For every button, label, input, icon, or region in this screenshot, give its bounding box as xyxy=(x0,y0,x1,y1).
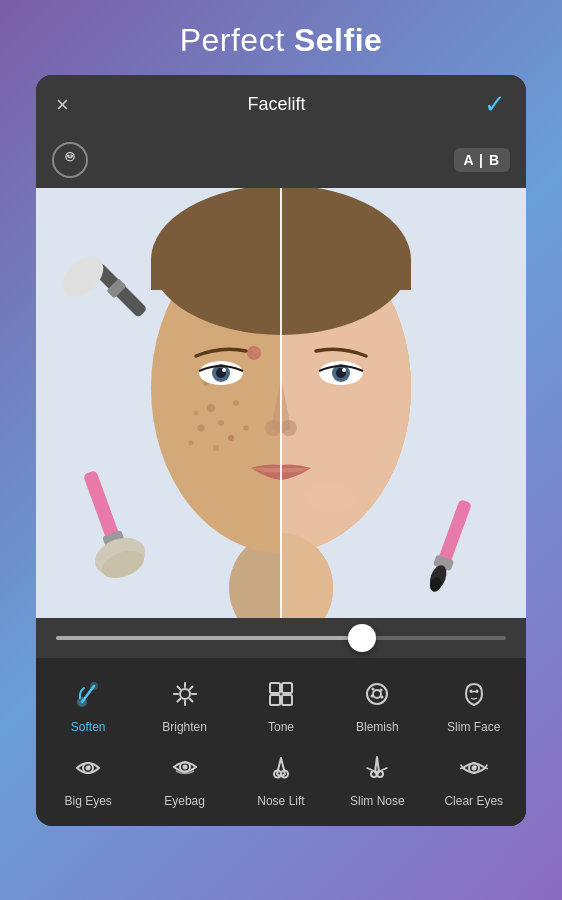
slim-face-label: Slim Face xyxy=(447,720,500,734)
svg-line-79 xyxy=(367,768,372,770)
big-eyes-label: Big Eyes xyxy=(65,794,112,808)
page-title: Perfect Selfie xyxy=(0,0,562,75)
eyebag-icon xyxy=(171,754,199,789)
slim-nose-label: Slim Nose xyxy=(350,794,405,808)
tool-row-2: Big Eyes Eyebag xyxy=(40,744,522,818)
tone-label: Tone xyxy=(268,720,294,734)
title-bold: Selfie xyxy=(294,22,382,58)
nose-lift-label: Nose Lift xyxy=(257,794,304,808)
svg-point-13 xyxy=(218,420,224,426)
tool-slim-nose[interactable]: Slim Nose xyxy=(333,750,421,812)
tool-clear-eyes[interactable]: Clear Eyes xyxy=(430,750,518,812)
svg-point-16 xyxy=(194,411,199,416)
image-area xyxy=(36,188,526,618)
tool-brighten[interactable]: Brighten xyxy=(141,676,229,738)
blemish-icon xyxy=(363,680,391,715)
tool-soften[interactable]: Soften xyxy=(44,676,132,738)
tool-eyebag[interactable]: Eyebag xyxy=(141,750,229,812)
tone-icon xyxy=(267,680,295,715)
svg-point-74 xyxy=(182,765,187,770)
svg-line-56 xyxy=(189,687,192,690)
svg-point-18 xyxy=(244,426,249,431)
tool-slim-face[interactable]: Slim Face xyxy=(430,676,518,738)
svg-rect-61 xyxy=(282,695,292,705)
slider-thumb[interactable] xyxy=(348,624,376,652)
clear-eyes-icon xyxy=(460,754,488,789)
svg-point-62 xyxy=(367,684,387,704)
tool-blemish[interactable]: Blemish xyxy=(333,676,421,738)
svg-point-68 xyxy=(469,690,472,693)
slider-fill xyxy=(56,636,362,640)
svg-point-69 xyxy=(475,690,478,693)
svg-point-66 xyxy=(371,695,374,698)
svg-point-67 xyxy=(381,696,384,699)
soften-icon xyxy=(74,680,102,715)
svg-point-2 xyxy=(71,155,72,156)
svg-point-0 xyxy=(66,153,74,161)
svg-point-19 xyxy=(213,445,219,451)
tool-tone[interactable]: Tone xyxy=(237,676,325,738)
tool-row-1: Soften Bright xyxy=(40,670,522,744)
eyebag-label: Eyebag xyxy=(164,794,205,808)
svg-line-80 xyxy=(382,768,387,770)
brighten-label: Brighten xyxy=(162,720,207,734)
sub-bar: A | B xyxy=(36,134,526,188)
svg-point-49 xyxy=(180,689,190,699)
top-bar: × Facelift ✓ xyxy=(36,75,526,134)
tools-area: Soften Bright xyxy=(36,658,526,826)
svg-point-27 xyxy=(222,368,226,372)
soften-label: Soften xyxy=(71,720,106,734)
tool-big-eyes[interactable]: Big Eyes xyxy=(44,750,132,812)
svg-rect-59 xyxy=(282,683,292,693)
svg-point-78 xyxy=(377,771,383,777)
svg-point-83 xyxy=(474,766,476,768)
slider-track[interactable] xyxy=(56,636,506,640)
slider-area xyxy=(36,618,526,658)
svg-point-48 xyxy=(77,697,87,707)
ab-compare-button[interactable]: A | B xyxy=(454,148,510,172)
slim-face-icon xyxy=(460,680,488,715)
svg-point-23 xyxy=(253,348,259,354)
svg-point-65 xyxy=(380,689,383,692)
svg-point-14 xyxy=(198,425,205,432)
svg-line-57 xyxy=(177,699,180,702)
svg-line-54 xyxy=(177,687,180,690)
svg-point-32 xyxy=(265,420,281,436)
facelift-title: Facelift xyxy=(247,94,305,115)
svg-rect-58 xyxy=(270,683,280,693)
main-card: × Facelift ✓ A | B xyxy=(36,75,526,826)
svg-point-20 xyxy=(189,441,194,446)
svg-point-31 xyxy=(342,368,346,372)
slim-nose-icon xyxy=(363,754,391,789)
svg-point-12 xyxy=(207,404,215,412)
close-button[interactable]: × xyxy=(56,94,69,116)
svg-point-64 xyxy=(372,688,375,691)
big-eyes-icon xyxy=(74,754,102,789)
tool-nose-lift[interactable]: Nose Lift xyxy=(237,750,325,812)
title-prefix: Perfect xyxy=(180,22,294,58)
svg-point-47 xyxy=(90,682,98,690)
svg-point-63 xyxy=(373,690,381,698)
svg-point-34 xyxy=(306,483,356,513)
before-after-container xyxy=(36,188,526,618)
confirm-button[interactable]: ✓ xyxy=(484,89,506,120)
svg-point-1 xyxy=(68,155,69,156)
svg-point-17 xyxy=(233,400,239,406)
brighten-icon xyxy=(171,680,199,715)
svg-rect-60 xyxy=(270,695,280,705)
nose-lift-icon xyxy=(267,754,295,789)
svg-line-55 xyxy=(189,699,192,702)
svg-point-15 xyxy=(228,435,234,441)
blemish-label: Blemish xyxy=(356,720,399,734)
clear-eyes-label: Clear Eyes xyxy=(444,794,503,808)
svg-point-33 xyxy=(281,420,297,436)
face-icon-button[interactable] xyxy=(52,142,88,178)
svg-point-72 xyxy=(89,766,91,768)
